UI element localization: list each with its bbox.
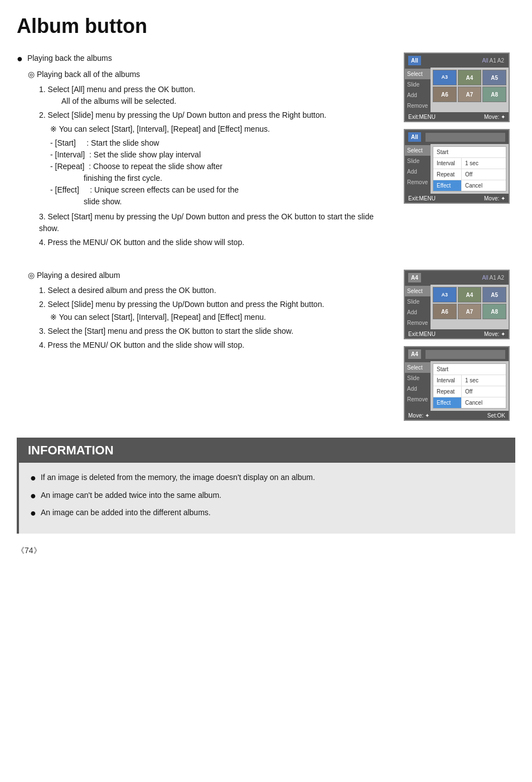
widget2-main: Start Interval 1 sec Repeat Off [431,144,509,194]
widget4-move: Move: ✦ [408,411,429,420]
widget1: All All A1 A2 Select Slide Add Remove [404,52,510,122]
sub-items: - [Start] : Start the slide show - [Inte… [50,137,393,208]
sub-item-interval: - [Interval] : Set the slide show play i… [50,149,393,161]
step1-num: 1. Select [All] menu and press the OK bu… [39,85,195,94]
page: Album button ● Playing back the albums ◎… [0,0,532,782]
images-col-top: All All A1 A2 Select Slide Add Remove [404,52,515,251]
widget4-item-add[interactable]: Add [405,383,431,394]
menu-row-effect: Effect Cancel [433,180,506,191]
info-text-3: An image can be added into the different… [41,507,211,519]
s2-step1-text: 1. Select a desired album and press the … [39,286,216,295]
information-section: INFORMATION ● If an image is deleted fro… [17,438,515,533]
step2: 2. Select [Slide] menu by pressing the U… [39,109,393,121]
widget3-item-select[interactable]: Select [405,286,431,296]
section1-main-bullet: ● Playing back the albums [17,52,393,65]
section1-subheading-text: ◎ Playing back all of the albums [28,69,140,80]
widget3: A4 All A1 A2 Select Slide Add Remove [404,270,510,339]
w4-menu-key-start: Start [433,364,461,375]
widget2-item-slide[interactable]: Slide [405,156,431,166]
note1-text: ※ You can select [Start], [Interval], [R… [50,124,270,133]
menu-row-start: Start [433,147,506,158]
s2-step4: 4. Press the MENU/ OK button and the sli… [39,339,393,351]
s2-note: ※ You can select [Start], [Interval], [R… [50,311,393,323]
info-dot-3: ● [30,507,36,520]
widget3-item-slide[interactable]: Slide [405,296,431,307]
info-bullet-2: ● An image can't be added twice into the… [30,490,504,502]
step4-text: 4. Press the MENU/ OK button and the sli… [39,238,244,247]
step4: 4. Press the MENU/ OK button and the sli… [39,237,393,248]
bullet-dot-1: ● [17,52,23,65]
widget3-item-remove[interactable]: Remove [405,318,431,328]
w4-menu-val-interval: 1 sec [461,375,506,386]
widget2-badge: All [408,132,421,142]
sub-item-repeat-cont: finishing the first cycle. [84,172,393,184]
widget4-setok: Set:OK [487,411,505,420]
w4-menu-key-repeat: Repeat [433,386,461,397]
widget1-item-slide[interactable]: Slide [405,79,431,90]
s2-note-text: ※ You can select [Start], [Interval], [R… [50,313,266,322]
widget3-sidebar: Select Slide Add Remove [405,285,431,329]
widget1-move: Move: ✦ [484,113,505,121]
widget1-item-add[interactable]: Add [405,90,431,100]
widget3-label-a1: A1 [490,274,496,282]
widget2-body: Select Slide Add Remove Start Interval [405,144,509,194]
step1-sub: All of the albums will be selected. [61,97,176,105]
section1-heading: Playing back the albums [27,52,112,64]
widget2-sidebar: Select Slide Add Remove [405,144,431,194]
w3-grid-a3: A3 [433,287,457,303]
info-dot-2: ● [30,490,36,502]
widget1-label-a1: A1 [490,56,496,65]
menu-key-interval: Interval [433,158,461,169]
s2-step2-text: 2. Select [Slide] menu by pressing the U… [39,300,324,309]
menu-val-repeat: Off [461,169,506,180]
w4-menu-val-effect: Cancel [461,397,506,408]
widget1-item-remove[interactable]: Remove [405,100,431,111]
widget1-sidebar: Select Slide Add Remove [405,68,431,112]
w4-menu-row-effect: Effect Cancel [433,397,506,408]
widget1-grid: A3 A4 A5 A6 A7 A8 [432,69,507,103]
widget1-label-all: All [482,56,488,65]
info-dot-1: ● [30,472,36,484]
sub-item-effect-cont: slide show. [84,196,393,208]
widget1-badge: All [408,56,421,65]
s2-step4-text: 4. Press the MENU/ OK button and the sli… [39,340,244,349]
menu-val-interval: 1 sec [461,158,506,169]
s2-step1: 1. Select a desired album and press the … [39,285,393,296]
section2-area: ◎ Playing a desired album 1. Select a de… [17,270,515,421]
menu-val-effect: Cancel [461,180,506,191]
widget4: A4 Select Slide Add Remove Start [404,346,510,421]
sub-item-repeat: - [Repeat] : Choose to repeat the slide … [50,161,393,172]
step3-text: 3. Select [Start] menu by pressing the U… [39,212,374,233]
widget2-move: Move: ✦ [484,194,505,203]
step3: 3. Select [Start] menu by pressing the U… [39,211,393,234]
widget4-item-remove[interactable]: Remove [405,394,431,405]
widget4-sidebar: Select Slide Add Remove [405,361,431,411]
widget4-body: Select Slide Add Remove Start Interval [405,361,509,411]
w3-grid-a5: A5 [482,287,506,303]
section2-content: ◎ Playing a desired album 1. Select a de… [28,270,393,351]
widget3-main: A3 A4 A5 A6 A7 A8 [431,285,509,329]
information-body: ● If an image is deleted from the memory… [19,463,515,533]
widget2-item-select[interactable]: Select [405,145,431,156]
widget2-exit: Exit:MENU [408,194,436,203]
widget4-item-slide[interactable]: Slide [405,373,431,383]
w4-menu-key-effect: Effect [433,397,461,408]
w4-menu-key-interval: Interval [433,375,461,386]
widget1-item-select[interactable]: Select [405,69,431,79]
widget3-label-all: All [482,274,488,282]
step2-text: 2. Select [Slide] menu by pressing the U… [39,111,326,119]
sub-item-start: - [Start] : Start the slide show [50,137,393,149]
widget1-bottom: Exit:MENU Move: ✦ [405,112,509,121]
menu-key-repeat: Repeat [433,169,461,180]
widget2-item-remove[interactable]: Remove [405,177,431,188]
widget3-bottom: Exit:MENU Move: ✦ [405,329,509,338]
info-text-1: If an image is deleted from the memory, … [41,472,315,483]
widget4-item-select[interactable]: Select [405,362,431,373]
section1-area: ● Playing back the albums ◎ Playing back… [17,52,515,251]
info-text-2: An image can't be added twice into the s… [41,490,221,501]
widget2-menu: Start Interval 1 sec Repeat Off [433,146,506,191]
menu-row-interval: Interval 1 sec [433,158,506,169]
widget3-item-add[interactable]: Add [405,307,431,318]
widget4-main: Start Interval 1 sec Repeat Off [431,361,509,411]
widget2-item-add[interactable]: Add [405,166,431,177]
